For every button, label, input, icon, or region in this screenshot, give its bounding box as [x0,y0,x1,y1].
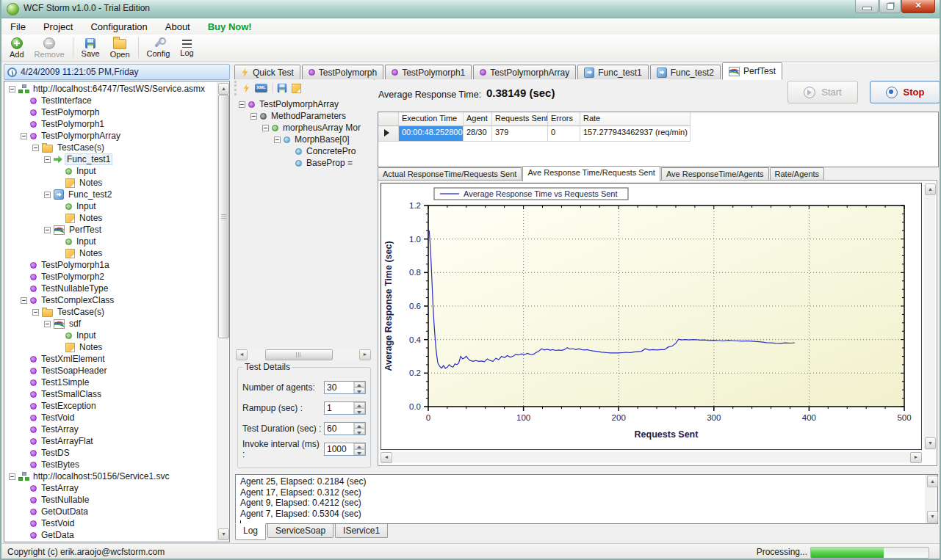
scroll-right-icon[interactable]: ► [910,452,922,463]
chart-tab-ave-response-time-requests-sent[interactable]: Ave Response Time/Requests Sent [522,166,660,181]
log-output[interactable]: Agent 25, Elapsed: 0.2184 (sec)Agent 17,… [235,474,938,524]
expand-toggle-icon[interactable]: − [21,133,27,139]
scroll-left-icon[interactable]: ◄ [236,349,248,360]
add-button[interactable]: Add [4,34,29,61]
column-header-agent[interactable]: Agent [464,112,492,126]
tree-item[interactable]: GetOutData [6,506,216,517]
menu-buy-now[interactable]: Buy Now! [199,19,261,34]
tree-item[interactable]: −TestPolymorphArray [6,130,216,142]
tree-item[interactable]: Test1Simple [6,377,216,388]
field-value[interactable]: 30 [325,382,353,393]
expand-toggle-icon[interactable]: − [9,473,15,480]
chart-vscrollbar[interactable]: ▲ ▼ [924,183,935,450]
grid-cell[interactable]: 00:00:48.2528000 [399,126,464,142]
tab-testpolymorph1[interactable]: TestPolymorph1 [385,65,472,79]
row-selector[interactable] [378,126,399,142]
scroll-thumb[interactable] [218,95,229,338]
start-button[interactable]: Start [787,81,858,103]
tree-item[interactable]: −PerfTest [6,224,216,236]
tree-item[interactable]: GetData [6,529,216,540]
spin-down-icon[interactable] [354,408,365,414]
results-grid[interactable]: Execution TimeAgentRequests SentErrorsRa… [378,112,939,167]
scroll-down-icon[interactable]: ▼ [218,528,229,540]
config-button[interactable]: Config [142,34,176,61]
tree-item[interactable]: −sdf [6,318,216,330]
scroll-down-icon[interactable]: ▼ [927,511,938,523]
chart-tab-ave-responsetime-agents[interactable]: Ave ResponseTime/Agents [661,167,769,181]
scroll-thumb[interactable] [265,349,333,360]
tab-func-test2[interactable]: Func_test2 [650,65,721,79]
spin-down-icon[interactable] [354,449,365,455]
expand-toggle-icon[interactable]: − [262,125,269,131]
log-button[interactable]: Log [175,34,198,61]
spin-up-icon[interactable] [354,443,365,449]
tab-perftest[interactable]: PerfTest [722,62,782,80]
xml-icon[interactable] [255,84,267,92]
expand-toggle-icon[interactable]: − [274,137,281,143]
menu-about[interactable]: About [156,19,199,34]
numeric-input[interactable]: 60 [324,422,366,435]
field-value[interactable]: 1 [325,402,353,414]
restore-button[interactable] [879,0,901,13]
tab-func-test1[interactable]: Func_test1 [577,65,648,79]
column-header-rate[interactable]: Rate [580,112,691,126]
spin-down-icon[interactable] [354,388,365,393]
param-hscrollbar[interactable]: ◄ ► [236,349,371,360]
column-header-requests-sent[interactable]: Requests Sent [492,112,548,126]
log-vscrollbar[interactable]: ▲ ▼ [926,475,937,523]
expand-toggle-icon[interactable]: − [9,86,15,92]
tree-item[interactable]: ConcretePro [236,145,372,157]
tree-item[interactable]: TestPolymorph1a [6,259,216,271]
tree-item[interactable]: −TestCase(s) [6,306,216,318]
numeric-input[interactable]: 30 [324,381,366,394]
tree-item[interactable]: −TestPolymorphArray [236,98,372,110]
tree-item[interactable]: −MorphBase[0] [236,134,372,145]
tree-item[interactable]: −Func_test1 [6,153,216,165]
tree-item[interactable]: −http://localhost:50156/Service1.svc [6,470,216,482]
save-button[interactable]: Save [76,34,105,61]
tree-item[interactable]: Input [6,165,216,177]
tree-item[interactable]: TestXmlElement [6,353,216,365]
expand-toggle-icon[interactable]: − [44,321,51,327]
tree-item[interactable]: Notes [6,341,216,353]
tree-item[interactable]: −TestCase(s) [6,142,216,153]
column-header-execution-time[interactable]: Execution Time [399,112,464,126]
bottom-tab-log[interactable]: Log [235,523,266,540]
tree-item[interactable]: Input [6,330,216,341]
scroll-up-icon[interactable]: ▲ [927,476,938,487]
bottom-tab-servicesoap[interactable]: ServiceSoap [267,524,334,538]
numeric-input[interactable]: 1000 [324,443,366,456]
tree-item[interactable]: TestBytes [6,459,216,470]
open-button[interactable]: Open [105,34,135,61]
tree-item[interactable]: BaseProp = [236,157,372,169]
grid-cell[interactable]: 379 [492,126,548,142]
grid-data-row[interactable]: 00:00:48.252800028/303790157.27794346293… [378,126,938,142]
tree-item[interactable]: Input [6,236,216,247]
tree-item[interactable]: TestDS [6,447,216,459]
tree-item[interactable]: TestSmallClass [6,388,216,400]
tree-item[interactable]: Notes [6,212,216,224]
tree-item[interactable]: −http://localhost:64747/TestWS/Service.a… [6,83,216,95]
field-value[interactable]: 1000 [325,443,353,455]
tab-testpolymorpharray[interactable]: TestPolymorphArray [473,65,576,79]
scroll-up-icon[interactable]: ▲ [218,83,229,95]
scroll-up-icon[interactable]: ▲ [925,183,936,195]
tree-item[interactable]: TestArray [6,482,216,494]
chart-hscrollbar[interactable]: ◄ ► [381,452,922,462]
tree-item[interactable]: TestPolymorph [6,106,216,118]
expand-toggle-icon[interactable]: − [239,101,245,108]
tree-item[interactable]: TestInterface [6,95,216,106]
tree-item[interactable]: TestVoid [6,517,216,529]
run-icon[interactable] [242,84,250,93]
grid-cell[interactable]: 0 [548,126,580,142]
chart-tab-rate-agents[interactable]: Rate/Agents [770,167,825,181]
expand-toggle-icon[interactable]: − [21,297,27,304]
numeric-input[interactable]: 1 [324,401,366,415]
expand-toggle-icon[interactable]: − [32,309,39,316]
tree-item[interactable]: TestPolymorph2 [6,271,216,283]
tree-item[interactable]: −MethodParameters [236,110,372,122]
tree-item[interactable]: Input [6,200,216,212]
tree-item[interactable]: TestException [6,400,216,412]
stop-button[interactable]: Stop [870,81,940,103]
tab-quick-test[interactable]: Quick Test [234,65,300,79]
